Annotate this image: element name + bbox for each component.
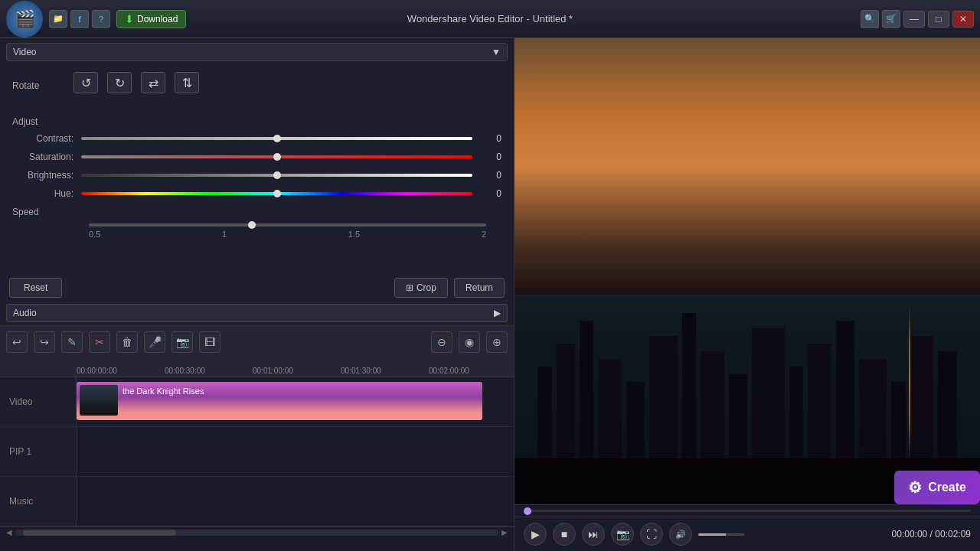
contrast-thumb[interactable] — [273, 135, 281, 142]
pip-track-content[interactable] — [77, 427, 514, 476]
timeline-scrollbar: ◀ ▶ — [0, 527, 514, 537]
video-track-content[interactable]: the Dark Knight Rises — [77, 377, 514, 426]
delete-button[interactable]: 🗑 — [116, 331, 138, 353]
brightness-slider[interactable] — [81, 174, 472, 177]
ruler-mark-3: 00:01:30:00 — [341, 367, 429, 377]
download-button[interactable]: ⬇ Download — [116, 10, 186, 28]
scrubber-thumb[interactable] — [524, 507, 531, 515]
music-track-row: Music — [0, 477, 514, 527]
redo-button[interactable]: ↪ — [34, 331, 55, 353]
hue-slider[interactable] — [81, 192, 472, 195]
flip-v-button[interactable]: ⇅ — [175, 72, 199, 93]
bottom-buttons: Reset ⊞ Crop Return — [0, 272, 514, 304]
speed-thumb[interactable] — [248, 221, 256, 229]
saturation-thumb[interactable] — [273, 153, 281, 161]
audio-dropdown-arrow: ▶ — [494, 308, 501, 318]
play-button[interactable]: ▶ — [524, 523, 547, 546]
time-total: 00:02:09 — [935, 529, 971, 540]
maximize-button[interactable]: □ — [928, 11, 949, 28]
contrast-label: Contrast: — [12, 133, 81, 144]
saturation-value: 0 — [479, 152, 501, 162]
left-panel: Video ▼ Rotate ↺ ↻ ⇄ ⇅ Adjust Contrast: — [0, 38, 514, 551]
adjust-section: Adjust Contrast: 0 Saturation: 0 — [12, 116, 501, 199]
edit-button[interactable]: ✎ — [61, 331, 83, 353]
pip-track-label: PIP 1 — [0, 427, 77, 476]
hue-label: Hue: — [12, 188, 81, 199]
rotate-cw-button[interactable]: ↻ — [107, 72, 132, 93]
create-button[interactable]: ⚙ Create — [894, 471, 980, 504]
snapshot-button[interactable]: 📷 — [172, 331, 193, 353]
scrollbar-thumb[interactable] — [23, 530, 176, 536]
zoom-in-button[interactable]: ⊕ — [486, 331, 508, 353]
snapshot-button[interactable]: 📷 — [611, 523, 634, 546]
return-button[interactable]: Return — [454, 278, 505, 298]
hue-thumb[interactable] — [273, 190, 281, 197]
zoom-out-button[interactable]: ⊖ — [431, 331, 452, 353]
scroll-right-arrow[interactable]: ▶ — [498, 528, 511, 536]
ruler-mark-0: 00:00:00:00 — [77, 367, 165, 377]
video-clip[interactable]: the Dark Knight Rises — [77, 382, 482, 420]
music-track-content[interactable] — [77, 477, 514, 526]
download-icon: ⬇ — [125, 13, 134, 25]
volume-slider[interactable] — [698, 533, 744, 536]
reset-button[interactable]: Reset — [9, 278, 62, 298]
video-dropdown-arrow: ▼ — [492, 47, 501, 57]
facebook-tool[interactable]: f — [70, 10, 89, 28]
preview-controls: ▶ ■ ⏭ 📷 ⛶ 🔊 00:00:00 / 00:02:09 — [514, 517, 980, 551]
minimize-button[interactable]: — — [903, 11, 925, 28]
flip-h-button[interactable]: ⇄ — [141, 72, 165, 93]
contrast-slider[interactable] — [81, 137, 472, 140]
speed-mark-3: 2 — [482, 230, 486, 239]
speed-slider-row — [12, 223, 501, 227]
fullscreen-button[interactable]: ⛶ — [640, 523, 663, 546]
cut-button[interactable]: ✂ — [89, 331, 110, 353]
contrast-value: 0 — [479, 133, 501, 144]
app-title: Wondershare Video Editor - Untitled * — [407, 13, 573, 24]
right-panel: ⚙ Create ▶ ■ ⏭ 📷 ⛶ 🔊 00:00:00 / 00:02:09 — [514, 38, 980, 551]
window-controls: 🔍 🛒 — □ ✕ — [861, 10, 974, 28]
speed-mark-2: 1.5 — [348, 230, 360, 239]
create-icon: ⚙ — [908, 478, 922, 497]
speed-slider[interactable] — [89, 223, 486, 227]
play-scrubber[interactable] — [524, 510, 971, 512]
zoom-center-button[interactable]: ◉ — [459, 331, 480, 353]
speed-label: Speed — [12, 207, 501, 217]
contrast-row: Contrast: 0 — [12, 133, 501, 144]
music-track-label: Music — [0, 477, 77, 526]
store-tool[interactable]: 🛒 — [882, 10, 900, 28]
saturation-row: Saturation: 0 — [12, 152, 501, 162]
time-display: 00:00:00 / 00:02:09 — [892, 529, 971, 540]
ruler-mark-1: 00:00:30:00 — [165, 367, 253, 377]
file-tool[interactable]: 📁 — [49, 10, 67, 28]
video-dropdown-label: Video — [13, 47, 36, 57]
scrollbar-track[interactable] — [15, 530, 498, 536]
clip-title: the Dark Knight Rises — [122, 385, 204, 396]
audio-dropdown[interactable]: Audio ▶ — [6, 304, 508, 322]
preview-area: ⚙ Create — [514, 38, 980, 504]
crop-button[interactable]: ⊞ Crop — [394, 278, 448, 298]
scroll-left-arrow[interactable]: ◀ — [3, 528, 15, 536]
timeline-ruler: 00:00:00:00 00:00:30:00 00:01:00:00 00:0… — [0, 357, 514, 377]
volume-button[interactable]: 🔊 — [669, 523, 692, 546]
saturation-slider[interactable] — [81, 155, 472, 158]
undo-button[interactable]: ↩ — [6, 331, 28, 353]
app-logo: 🎬 — [6, 1, 43, 37]
brightness-row: Brightness: 0 — [12, 170, 501, 181]
time-current: 00:00:00 — [892, 529, 928, 540]
stop-button[interactable]: ■ — [553, 523, 576, 546]
video-track-label: Video — [0, 377, 77, 426]
close-button[interactable]: ✕ — [952, 11, 974, 28]
media-button[interactable]: 🎞 — [199, 331, 220, 353]
search-tool[interactable]: 🔍 — [861, 10, 879, 28]
brightness-thumb[interactable] — [273, 171, 281, 179]
help-tool[interactable]: ? — [92, 10, 110, 28]
adjust-label: Adjust — [12, 116, 501, 127]
video-dropdown[interactable]: Video ▼ — [6, 43, 508, 61]
rotate-controls: ↺ ↻ ⇄ ⇅ — [74, 72, 199, 93]
record-button[interactable]: 🎤 — [144, 331, 165, 353]
title-bar: 🎬 📁 f ? ⬇ Download Wondershare Video Edi… — [0, 0, 980, 38]
rotate-label: Rotate — [12, 80, 74, 91]
hue-value: 0 — [479, 188, 501, 199]
rotate-ccw-button[interactable]: ↺ — [74, 72, 98, 93]
next-frame-button[interactable]: ⏭ — [582, 523, 605, 546]
